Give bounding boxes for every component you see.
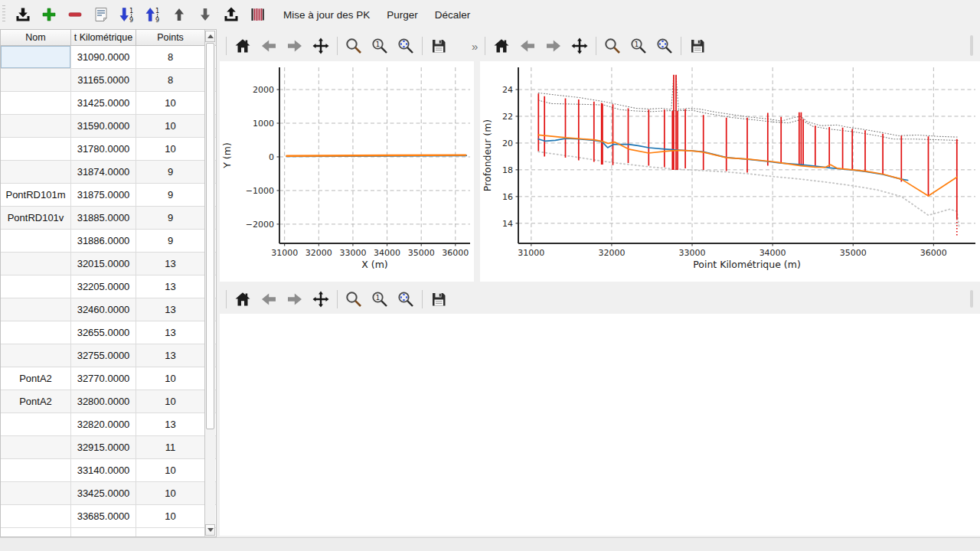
zoom-all-button[interactable] (655, 35, 674, 57)
cell-points[interactable]: 9 (136, 184, 205, 206)
cell-points[interactable]: 13 (136, 298, 205, 321)
cell-points[interactable]: 10 (136, 92, 205, 114)
cell-pk[interactable]: 31875.0000 (71, 184, 136, 206)
document-button[interactable] (92, 5, 110, 24)
column-header-points[interactable]: Points (136, 30, 205, 45)
move-down-button[interactable] (196, 5, 214, 24)
zoom-all-button[interactable] (397, 289, 415, 310)
toolbar-mini-scrollbar-top[interactable] (970, 35, 973, 56)
cell-pk[interactable]: 33140.0000 (71, 459, 136, 481)
cell-pk[interactable]: 32770.0000 (71, 367, 136, 390)
pan-button[interactable] (312, 289, 330, 310)
cell-pk[interactable]: 32655.0000 (71, 321, 136, 344)
cell-nom[interactable] (1, 138, 71, 160)
back-button[interactable] (518, 35, 537, 57)
import-button[interactable] (14, 5, 32, 24)
cell-nom[interactable] (1, 321, 71, 344)
purge-button[interactable]: Purger (378, 3, 426, 26)
toolbar-mini-scrollbar-bottom[interactable] (970, 290, 973, 308)
table-scrollbar[interactable] (204, 31, 215, 536)
move-up-button[interactable] (170, 5, 188, 24)
cell-points[interactable]: 9 (136, 207, 205, 229)
column-header-nom[interactable]: Nom (1, 30, 71, 45)
cell-points[interactable]: 10 (136, 367, 205, 390)
cell-pk[interactable]: 31425.0000 (71, 92, 136, 114)
forward-button[interactable] (286, 289, 304, 310)
cell-nom[interactable] (1, 115, 71, 137)
zoom-one-button[interactable]: 1 (629, 35, 648, 57)
cell-nom[interactable] (1, 436, 71, 458)
cell-pk[interactable]: 33425.0000 (71, 482, 136, 504)
export-button[interactable] (222, 5, 240, 24)
zoom-button[interactable] (345, 35, 363, 57)
cell-nom[interactable] (1, 230, 71, 252)
cell-points[interactable]: 13 (136, 344, 205, 367)
cell-pk[interactable]: 32755.0000 (71, 344, 136, 367)
cell-pk[interactable]: 32820.0000 (71, 413, 136, 435)
zoom-all-button[interactable] (397, 35, 415, 57)
zoom-button[interactable] (603, 35, 622, 57)
cell-points[interactable]: 10 (136, 115, 205, 137)
cell-nom[interactable] (1, 482, 71, 504)
cell-nom[interactable] (1, 413, 71, 435)
cell-nom[interactable] (1, 528, 71, 537)
column-header-point-kilometrique[interactable]: t Kilométrique (71, 30, 136, 45)
cell-nom[interactable] (1, 276, 71, 298)
cell-pk[interactable]: 31165.0000 (71, 69, 136, 91)
cell-nom[interactable] (1, 69, 71, 91)
zoom-one-button[interactable]: 1 (371, 289, 389, 310)
cell-points[interactable]: 10 (136, 138, 205, 160)
cell-pk[interactable]: 31886.0000 (71, 230, 136, 252)
back-button[interactable] (260, 289, 278, 310)
toolbar-overflow-chevron[interactable]: » (472, 40, 478, 53)
scrollbar-thumb[interactable] (206, 43, 214, 429)
shift-button[interactable]: Décaler (426, 3, 479, 26)
cell-points[interactable] (136, 528, 205, 537)
cell-pk[interactable]: 32205.0000 (71, 276, 136, 298)
cell-nom[interactable]: PontA2 (1, 367, 71, 390)
cell-points[interactable]: 9 (136, 230, 205, 252)
cell-points[interactable]: 13 (136, 321, 205, 344)
cell-nom[interactable]: PontRD101v (1, 207, 71, 229)
cell-pk[interactable]: 31780.0000 (71, 138, 136, 160)
cell-pk[interactable]: 31590.0000 (71, 115, 136, 137)
save-button[interactable] (430, 289, 448, 310)
toolbar-drag-handle[interactable] (2, 5, 5, 24)
cell-pk[interactable]: 31885.0000 (71, 207, 136, 229)
scrollbar-up-button[interactable] (205, 31, 215, 42)
cell-pk[interactable]: 32460.0000 (71, 298, 136, 321)
bottom-empty-canvas[interactable] (220, 314, 980, 536)
save-button[interactable] (688, 35, 707, 57)
cell-nom[interactable]: PontA2 (1, 390, 71, 412)
stripes-button[interactable] (248, 5, 266, 24)
add-button[interactable] (40, 5, 58, 24)
cell-points[interactable]: 13 (136, 413, 205, 435)
pan-button[interactable] (570, 35, 589, 57)
cell-nom[interactable] (1, 92, 71, 114)
pan-button[interactable] (312, 35, 330, 57)
cell-points[interactable]: 13 (136, 276, 205, 298)
update-pk-button[interactable]: Mise à jour des PK (275, 3, 378, 26)
back-button[interactable] (260, 35, 278, 57)
zoom-one-button[interactable]: 1 (371, 35, 389, 57)
cell-pk[interactable]: 32915.0000 (71, 436, 136, 458)
scrollbar-down-button[interactable] (205, 524, 215, 536)
cell-points[interactable]: 10 (136, 390, 205, 412)
cell-pk[interactable]: 31090.0000 (71, 46, 136, 68)
cell-pk[interactable]: 32800.0000 (71, 390, 136, 412)
cell-pk[interactable]: 32015.0000 (71, 253, 136, 275)
cell-nom[interactable] (1, 505, 71, 527)
profile-chart-canvas[interactable]: 3100032000330003400035000360001416182022… (480, 61, 980, 282)
cell-nom[interactable]: PontRD101m (1, 184, 71, 206)
zoom-button[interactable] (345, 289, 363, 310)
cell-nom[interactable] (1, 161, 71, 183)
cell-points[interactable]: 8 (136, 69, 205, 91)
cell-pk[interactable] (71, 528, 136, 537)
forward-button[interactable] (286, 35, 304, 57)
cell-nom[interactable] (1, 253, 71, 275)
home-button[interactable] (492, 35, 511, 57)
remove-button[interactable] (66, 5, 84, 24)
trace-chart-canvas[interactable]: 310003200033000340003500036000−2000−1000… (220, 61, 474, 282)
cell-points[interactable]: 11 (136, 436, 205, 458)
save-button[interactable] (430, 35, 448, 57)
